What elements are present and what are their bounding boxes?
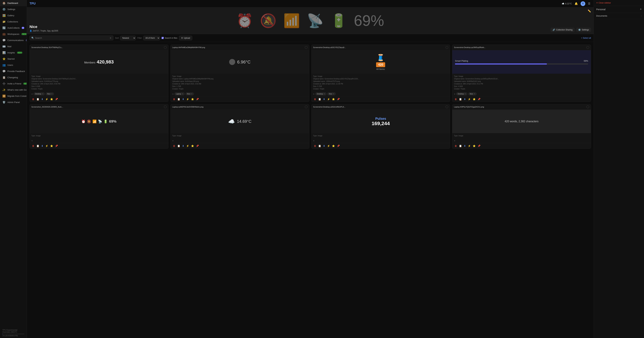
- file-card-checkbox[interactable]: [305, 106, 308, 108]
- sidebar-item-collections[interactable]: 📁 Collections: [0, 18, 27, 25]
- delete-button[interactable]: 🗑: [454, 97, 458, 101]
- star-button[interactable]: ⭐: [190, 97, 194, 101]
- copy-button[interactable]: 📋: [177, 144, 181, 148]
- sidebar-item-autocollects[interactable]: 🔄 AutoCollects 3: [0, 25, 27, 31]
- right-sidebar-add-button[interactable]: +: [640, 7, 642, 11]
- search-clear-button[interactable]: ✕: [110, 37, 112, 39]
- pin-button[interactable]: 📌: [477, 97, 481, 101]
- star-button[interactable]: ⭐: [190, 144, 194, 148]
- star-button[interactable]: ⭐: [331, 97, 336, 101]
- collection-settings-button[interactable]: ⚙️ Settings: [576, 28, 591, 32]
- download-button[interactable]: ⬇: [40, 97, 44, 101]
- tag-remove-button[interactable]: ✕: [182, 93, 183, 95]
- file-card-checkbox[interactable]: [446, 106, 448, 108]
- add-tag-button[interactable]: +: [454, 139, 455, 142]
- sidebar-item-workspaces[interactable]: 💼 Workspaces NEW: [0, 31, 27, 37]
- tag-remove-button[interactable]: ✕: [191, 93, 192, 95]
- copy-button[interactable]: 📋: [36, 144, 40, 148]
- user-avatar[interactable]: T: [580, 1, 585, 6]
- sidebar-item-invite[interactable]: ➕ Invite a Friend NEW: [0, 81, 27, 87]
- file-card-checkbox[interactable]: [446, 46, 448, 49]
- delete-button[interactable]: 🗑: [31, 144, 35, 148]
- upload-button[interactable]: ⬆ Upload: [179, 36, 192, 40]
- star-button[interactable]: ⭐: [472, 97, 476, 101]
- download-button[interactable]: ⬇: [322, 144, 326, 148]
- download-button[interactable]: ⬇: [40, 144, 44, 148]
- filter-select[interactable]: All of them Images Videos Documents: [143, 36, 160, 40]
- download-button[interactable]: ⬇: [463, 144, 466, 148]
- collection-sharing-button[interactable]: 🔗 Collection Sharing: [550, 28, 574, 32]
- action-button-4[interactable]: ⚡: [467, 97, 472, 101]
- pin-button[interactable]: 📌: [195, 144, 200, 148]
- tag-remove-button[interactable]: ✕: [51, 93, 52, 95]
- file-card-checkbox[interactable]: [305, 46, 308, 49]
- delete-button[interactable]: 🗑: [31, 97, 35, 101]
- search-input[interactable]: [35, 36, 108, 40]
- tag-remove-button[interactable]: ✕: [333, 93, 334, 95]
- sidebar-item-insights[interactable]: 📊 Insights NEW: [0, 50, 27, 56]
- pin-button[interactable]: 📌: [477, 144, 481, 148]
- select-all-button[interactable]: + Select all: [581, 37, 591, 39]
- tag-remove-button[interactable]: ✕: [474, 93, 475, 95]
- action-button-4[interactable]: ⚡: [467, 144, 472, 148]
- copy-button[interactable]: 📋: [177, 97, 181, 101]
- file-card-checkbox[interactable]: [586, 46, 589, 49]
- sidebar-item-migrate[interactable]: 🔀 Migrate from Colubrina: [0, 93, 27, 99]
- star-button[interactable]: ⭐: [331, 144, 336, 148]
- add-tag-button[interactable]: +: [172, 139, 174, 142]
- sidebar-item-admin[interactable]: 🛡️ Admin Panel: [0, 99, 27, 105]
- sidebar-item-dashboard[interactable]: 🏠 Dashboard: [0, 0, 27, 6]
- sidebar-item-users[interactable]: 👥 Users: [0, 62, 27, 68]
- pin-button[interactable]: 📌: [336, 144, 340, 148]
- tag-remove-button[interactable]: ✕: [324, 93, 325, 95]
- add-tag-button[interactable]: +: [313, 92, 314, 95]
- pin-button[interactable]: 📌: [54, 144, 58, 148]
- file-card-checkbox[interactable]: [586, 106, 589, 108]
- action-button-4[interactable]: ⚡: [186, 144, 190, 148]
- sidebar-item-changelog[interactable]: 📋 Changelog: [0, 74, 27, 81]
- download-button[interactable]: ⬇: [322, 97, 326, 101]
- add-tag-button[interactable]: +: [31, 92, 33, 95]
- notification-bell-button[interactable]: 🔔: [574, 1, 578, 6]
- sort-select[interactable]: Newest Oldest Name A-Z Size: [120, 36, 136, 40]
- download-button[interactable]: ⬇: [463, 97, 466, 101]
- delete-button[interactable]: 🗑: [172, 97, 176, 101]
- delete-button[interactable]: 🗑: [172, 144, 176, 148]
- action-button-4[interactable]: ⚡: [44, 144, 49, 148]
- delete-button[interactable]: 🗑: [313, 97, 317, 101]
- tag-remove-button[interactable]: ✕: [42, 93, 43, 95]
- close-sidebar-button[interactable]: ✕ Close sidebar: [596, 2, 611, 4]
- delete-button[interactable]: 🗑: [454, 144, 458, 148]
- copy-button[interactable]: 📋: [318, 144, 322, 148]
- file-card-checkbox[interactable]: [164, 46, 166, 49]
- star-button[interactable]: ⭐: [50, 144, 54, 148]
- pin-button[interactable]: 📌: [54, 97, 58, 101]
- file-card-checkbox[interactable]: [164, 106, 166, 108]
- add-tag-button[interactable]: +: [172, 92, 174, 95]
- sidebar-item-mail[interactable]: ✉️ Mail: [0, 43, 27, 50]
- sidebar-item-starred[interactable]: ⭐ Starred: [0, 56, 27, 62]
- download-button[interactable]: ⬇: [182, 97, 185, 101]
- download-button[interactable]: ⬇: [182, 144, 185, 148]
- sidebar-item-whats-new[interactable]: ✨ What's new with Gold?: [0, 87, 27, 93]
- sidebar-item-communications[interactable]: 💬 Communications BETA: [0, 37, 27, 43]
- pin-button[interactable]: 📌: [195, 97, 200, 101]
- edit-collection-button[interactable]: ✏️: [588, 9, 591, 12]
- folder-item-documents[interactable]: Documents ›: [594, 13, 644, 19]
- copy-button[interactable]: 📋: [318, 97, 322, 101]
- action-button-4[interactable]: ⚡: [186, 97, 190, 101]
- copy-button[interactable]: 📋: [458, 97, 462, 101]
- action-button-4[interactable]: ⚡: [326, 97, 331, 101]
- menu-button[interactable]: ☰: [587, 1, 591, 6]
- action-button-4[interactable]: ⚡: [326, 144, 331, 148]
- sidebar-item-gallery[interactable]: 🖼️ Gallery: [0, 12, 27, 18]
- add-tag-button[interactable]: +: [31, 139, 33, 142]
- search-in-files-checkbox[interactable]: [162, 37, 164, 39]
- add-tag-button[interactable]: +: [313, 139, 314, 142]
- star-button[interactable]: ⭐: [472, 144, 476, 148]
- delete-button[interactable]: 🗑: [313, 144, 317, 148]
- star-button[interactable]: ⭐: [50, 97, 54, 101]
- action-button-4[interactable]: ⚡: [44, 97, 49, 101]
- pin-button[interactable]: 📌: [336, 97, 340, 101]
- sidebar-item-feedback[interactable]: 💬 Provide Feedback: [0, 68, 27, 74]
